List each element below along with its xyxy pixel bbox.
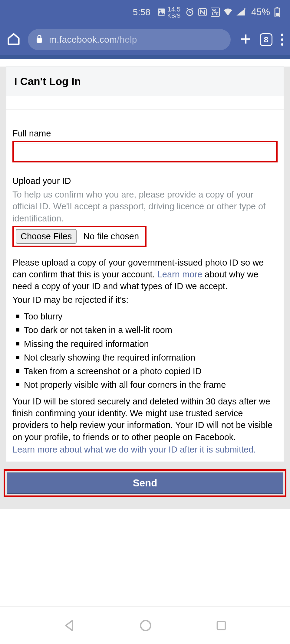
fullname-input[interactable] (15, 143, 275, 160)
svg-rect-11 (276, 7, 278, 8)
alarm-icon (185, 8, 194, 17)
device-chrome-top: 5:58 14.5 KB/S Vo LTE x 45% (0, 0, 290, 55)
card-title: I Can't Log In (6, 67, 284, 96)
list-item: Not properly visible with all four corne… (15, 379, 278, 391)
svg-point-17 (141, 620, 151, 630)
overflow-menu-icon[interactable] (281, 32, 283, 47)
url-bar[interactable]: m.facebook.com/help (28, 29, 231, 50)
page-content: I Can't Log In Full name Upload your ID … (0, 67, 290, 509)
file-status-text: No file chosen (83, 231, 139, 241)
fileinput-highlight: Choose Files No file chosen (12, 226, 147, 247)
svg-marker-16 (66, 620, 72, 630)
android-nav-bar (0, 606, 290, 644)
help-card: I Can't Log In Full name Upload your ID … (6, 67, 284, 462)
id-paragraph-2: Your ID will be stored securely and dele… (12, 396, 278, 443)
wifi-icon (223, 8, 232, 16)
send-highlight: Send (4, 469, 286, 497)
volte-icon: Vo LTE (211, 8, 220, 17)
tab-switcher[interactable]: 8 (260, 33, 272, 46)
upload-label: Upload your ID (12, 175, 278, 187)
list-item: Taken from a screenshot or a photo copie… (15, 365, 278, 377)
upload-help-text: To help us confirm who you are, please p… (12, 189, 278, 224)
fullname-label: Full name (12, 128, 278, 139)
status-clock: 5:58 (133, 7, 150, 17)
status-data-rate: 14.5 KB/S (167, 6, 180, 18)
list-item: Missing the required information (15, 338, 278, 350)
picture-icon (157, 8, 166, 16)
lock-icon (36, 34, 43, 45)
cell-signal-icon: x (236, 8, 245, 16)
new-tab-icon[interactable] (240, 33, 252, 46)
svg-rect-13 (37, 38, 42, 43)
svg-rect-18 (217, 621, 225, 629)
id-rejection-list: Too blurry Too dark or not taken in a we… (12, 311, 278, 391)
svg-point-2 (159, 10, 161, 11)
url-text: m.facebook.com/help (49, 34, 137, 45)
nav-recent-icon[interactable] (215, 619, 227, 632)
svg-rect-12 (276, 13, 279, 16)
send-button[interactable]: Send (7, 472, 283, 494)
choose-files-button[interactable]: Choose Files (16, 229, 77, 244)
list-item: Not clearly showing the required informa… (15, 352, 278, 364)
fullname-highlight (12, 141, 278, 162)
list-item: Too blurry (15, 311, 278, 322)
nav-home-icon[interactable] (139, 619, 152, 632)
svg-line-7 (192, 8, 193, 9)
facebook-header-stripe (0, 55, 290, 59)
battery-icon (274, 7, 280, 17)
android-status-bar: 5:58 14.5 KB/S Vo LTE x 45% (0, 0, 290, 24)
card-blank-row (6, 96, 284, 110)
learn-more-link-2[interactable]: Learn more about what we do with your ID… (12, 444, 278, 456)
nfc-icon (198, 8, 207, 17)
id-rules-intro: Your ID may be rejected if it's: (12, 294, 278, 306)
svg-line-6 (187, 8, 188, 9)
learn-more-link-1[interactable]: Learn more (157, 270, 202, 279)
battery-percent: 45% (251, 7, 270, 18)
home-icon[interactable] (7, 32, 21, 47)
nav-back-icon[interactable] (63, 619, 76, 632)
browser-toolbar: m.facebook.com/help 8 (0, 24, 290, 55)
list-item: Too dark or not taken in a well-lit room (15, 324, 278, 336)
id-paragraph-1: Please upload a copy of your government-… (12, 257, 278, 292)
